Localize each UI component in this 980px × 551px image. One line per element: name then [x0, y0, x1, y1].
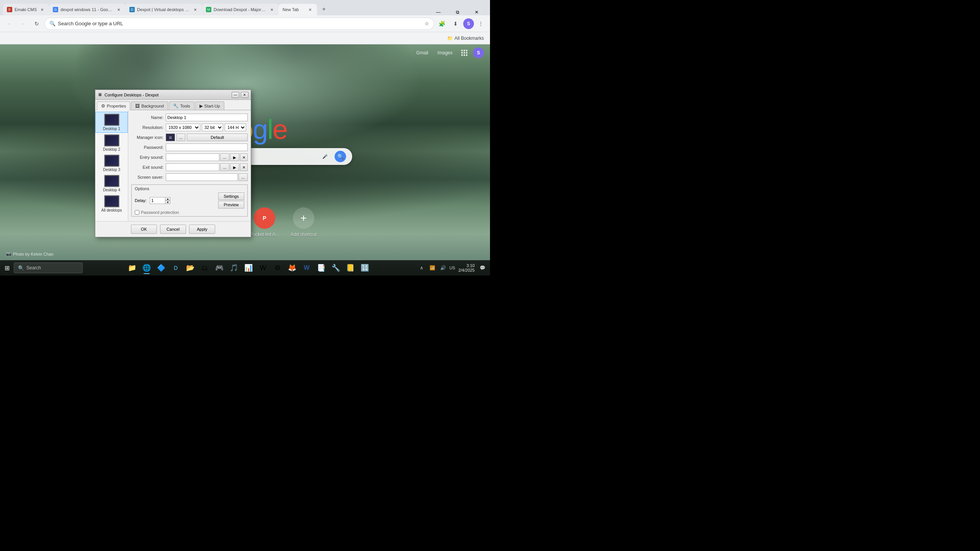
taskbar-chrome[interactable]: 🌐: [140, 261, 154, 275]
desktop-list-item-4[interactable]: Desktop 4: [95, 173, 128, 194]
delay-spin-up[interactable]: ▲: [165, 197, 170, 201]
taskbar-game[interactable]: 🎮: [212, 261, 226, 275]
bookmark-star-icon[interactable]: ☆: [425, 21, 429, 26]
password-protection-checkbox[interactable]: [135, 210, 139, 215]
close-button[interactable]: ✕: [468, 6, 485, 18]
taskbar-firefox[interactable]: 🦊: [285, 261, 299, 275]
properties-tab-label: Properties: [107, 104, 126, 108]
taskbar-file-explorer[interactable]: 📁: [125, 261, 139, 275]
chrome-menu-button[interactable]: ⋮: [475, 18, 487, 30]
taskbar-volume-icon[interactable]: 🔊: [439, 263, 448, 272]
tab-new-tab[interactable]: New Tab ✕: [279, 4, 317, 15]
taskbar-edge[interactable]: 🔷: [154, 261, 168, 275]
taskbar-notification-icon[interactable]: 💬: [478, 263, 487, 272]
preview-button[interactable]: Preview: [218, 201, 244, 209]
taskbar-powerpoint[interactable]: 📑: [314, 261, 328, 275]
bit-depth-select[interactable]: 32 bit: [202, 124, 223, 131]
resolution-select[interactable]: 1920 x 1080: [166, 124, 200, 131]
tab-properties[interactable]: ⚙ Properties: [97, 101, 130, 110]
desktop-list-item-3[interactable]: Desktop 3: [95, 153, 128, 173]
taskbar-word2[interactable]: W: [300, 261, 314, 275]
new-tab-button[interactable]: +: [318, 4, 329, 15]
dialog-footer: OK Cancel Apply: [95, 221, 251, 237]
refresh-rate-select[interactable]: 144 Hz: [225, 124, 246, 131]
extensions-button[interactable]: 🧩: [436, 18, 448, 30]
tab-emaki-cms[interactable]: E Emaki CMS ✕: [3, 4, 49, 15]
tab-google-search[interactable]: G dexpot windows 11 - Google S... ✕: [49, 4, 126, 15]
entry-sound-input[interactable]: [166, 153, 219, 161]
taskbar-language[interactable]: US: [449, 266, 455, 270]
taskbar-music[interactable]: 🎵: [227, 261, 241, 275]
images-link[interactable]: Images: [434, 49, 456, 57]
taskbar-search[interactable]: 🔍 Search: [14, 262, 83, 273]
tab-dexpot-virtual[interactable]: D Dexpot | Virtual desktops for W... ✕: [126, 4, 202, 15]
user-avatar[interactable]: S: [463, 18, 474, 29]
tab2-close[interactable]: ✕: [116, 7, 122, 13]
forward-button[interactable]: →: [17, 18, 29, 30]
google-top-bar: Gmail Images S: [0, 44, 490, 61]
photo-credit[interactable]: 📷 Photo by Kelvin Chan: [6, 251, 54, 256]
maximize-button[interactable]: ⧉: [449, 6, 466, 18]
google-apps-button[interactable]: [459, 47, 470, 59]
address-bar[interactable]: 🔍 Search Google or type a URL ☆: [44, 18, 434, 30]
entry-sound-clear-button[interactable]: ✕: [240, 153, 248, 161]
desktop-list-item-2[interactable]: Desktop 2: [95, 133, 128, 153]
taskbar-excel[interactable]: 📊: [242, 261, 255, 275]
settings-button[interactable]: Settings: [218, 192, 244, 200]
taskbar-chevron-icon[interactable]: ∧: [417, 263, 426, 272]
exit-sound-input[interactable]: [166, 163, 219, 171]
entry-sound-dots-button[interactable]: ...: [220, 153, 229, 161]
taskbar-word[interactable]: W: [256, 261, 270, 275]
tab-download-dexpot[interactable]: M Download Dexpot - MajorGeek... ✕: [202, 4, 279, 15]
add-shortcut[interactable]: + Add shortcut: [287, 207, 320, 237]
password-input[interactable]: [166, 143, 248, 151]
reload-button[interactable]: ↻: [31, 18, 43, 30]
google-user-avatar[interactable]: S: [473, 47, 484, 58]
dialog-tabs: ⚙ Properties 🖼 Background 🔧 Tools ▶ Star…: [95, 100, 251, 110]
screensaver-input[interactable]: [166, 173, 238, 181]
gmail-link[interactable]: Gmail: [413, 49, 431, 57]
shortcut-pocket-lint[interactable]: P Pocket-lint A...: [248, 207, 281, 237]
start-button[interactable]: ⊞: [0, 261, 14, 275]
cancel-button[interactable]: Cancel: [160, 225, 186, 234]
exit-sound-play-button[interactable]: ▶: [230, 163, 239, 171]
back-button[interactable]: ←: [3, 18, 15, 30]
bookmarks-folder-icon: 📁: [447, 36, 453, 41]
manager-icon-dots-button[interactable]: ...: [176, 134, 185, 141]
dialog-close-button[interactable]: ✕: [241, 92, 248, 98]
exit-sound-dots-button[interactable]: ...: [220, 163, 229, 171]
screensaver-dots-button[interactable]: ...: [238, 173, 248, 181]
taskbar-dexpot[interactable]: D: [169, 261, 183, 275]
tab-background[interactable]: 🖼 Background: [131, 101, 168, 110]
all-bookmarks[interactable]: 📁 All Bookmarks: [444, 34, 487, 42]
desktop-list-item-all[interactable]: All desktops: [95, 194, 128, 214]
taskbar-network-icon[interactable]: 📶: [428, 263, 437, 272]
voice-search-button[interactable]: 🎤: [319, 151, 331, 162]
taskbar-teams[interactable]: 🔧: [329, 261, 343, 275]
taskbar-files[interactable]: 📂: [183, 261, 197, 275]
desktop-list-item-1[interactable]: Desktop 1: [95, 112, 128, 133]
taskbar-calculator[interactable]: 🔢: [358, 261, 372, 275]
tab3-close[interactable]: ✕: [192, 7, 198, 13]
lens-search-button[interactable]: 🔍: [335, 151, 346, 162]
entry-sound-play-button[interactable]: ▶: [230, 153, 239, 161]
taskbar-settings[interactable]: ⚙: [271, 261, 284, 275]
dialog-minimize-button[interactable]: —: [232, 92, 239, 98]
apply-button[interactable]: Apply: [189, 225, 215, 234]
taskbar-explorer[interactable]: 🗂: [198, 261, 212, 275]
taskbar-onenote[interactable]: 📒: [343, 261, 357, 275]
tab-startup[interactable]: ▶ Start-Up: [195, 101, 224, 110]
minimize-button[interactable]: —: [430, 6, 447, 18]
manager-default-button[interactable]: Default: [187, 134, 248, 141]
delay-input[interactable]: [150, 197, 165, 204]
delay-spin-down[interactable]: ▼: [165, 201, 170, 204]
name-input[interactable]: [166, 114, 248, 121]
tab4-close[interactable]: ✕: [269, 7, 275, 13]
taskbar-time[interactable]: 3:10 2/4/2025: [457, 262, 476, 273]
exit-sound-clear-button[interactable]: ✕: [240, 163, 248, 171]
tab1-close[interactable]: ✕: [39, 7, 45, 13]
tab5-close[interactable]: ✕: [307, 7, 313, 13]
download-button[interactable]: ⬇: [449, 18, 462, 30]
tab-tools[interactable]: 🔧 Tools: [169, 101, 194, 110]
ok-button[interactable]: OK: [131, 225, 157, 234]
